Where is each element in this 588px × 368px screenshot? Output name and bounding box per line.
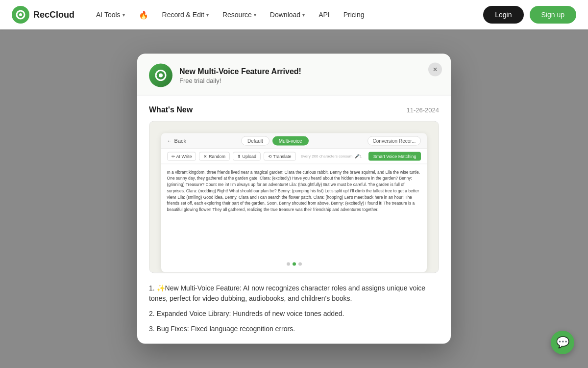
modal-body: What's New 11-26-2024 ← Back Default [137,96,451,344]
svg-point-2 [19,13,22,16]
modal-dialog: New Multi-Voice Feature Arrived! Free tr… [137,54,451,344]
modal-subtitle: Free trial daily! [179,77,301,84]
nav-item-api[interactable]: API [313,7,336,23]
preview-upload-btn[interactable]: ⬆ Upload [233,152,261,160]
preview-dot-1[interactable] [287,263,290,266]
feature-list: 1. ✨New Multi-Voice Feature: AI now reco… [149,283,439,334]
signup-button[interactable]: Sign up [530,6,576,24]
preview-tabs: Default Multi-voice [241,136,308,145]
whats-new-label: What's New [149,105,193,114]
modal-logo-icon [149,64,172,87]
preview-app: ← Back Default Multi-voice Conversion Re… [161,133,427,272]
feature-item-3: 3. Bug Fixes: Fixed language recognition… [149,324,439,334]
nav-item-pricing[interactable]: Pricing [338,7,370,23]
modal-header-text: New Multi-Voice Feature Arrived! Free tr… [179,67,301,84]
preview-ai-write-btn[interactable]: ✏ AI Write [167,152,196,160]
preview-tab-default[interactable]: Default [241,136,270,145]
preview-toolbar: ← Back Default Multi-voice Conversion Re… [161,133,427,149]
chat-icon: 💬 [556,336,569,349]
reccloud-icon [154,69,168,82]
navbar: RecCloud AI Tools ▾ 🔥 Record & Edit ▾ Re… [0,0,588,29]
preview-tab-multivoice[interactable]: Multi-voice [272,136,309,145]
chevron-down-icon: ▾ [302,12,305,18]
whats-new-date: 11-26-2024 [407,106,440,113]
preview-dots [149,260,439,269]
nav-item-resource[interactable]: Resource ▾ [217,7,262,23]
logo-text: RecCloud [33,10,74,20]
nav-item-aitools[interactable]: AI Tools ▾ [90,7,131,23]
preview-counter: Every 200 characters consum. 🎤1 [301,154,362,158]
preview-actions: ✏ AI Write ✕ Random ⬆ Upload ⟲ Translate… [161,149,427,164]
nav-items: AI Tools ▾ 🔥 Record & Edit ▾ Resource ▾ … [90,6,479,24]
preview-inner: ← Back Default Multi-voice Conversion Re… [149,122,439,273]
modal-title: New Multi-Voice Feature Arrived! [179,67,301,76]
whats-new-row: What's New 11-26-2024 [149,105,439,114]
main-content: Safari does r to open. New Multi-Voice F… [0,29,588,368]
preview-story-text: In a vibrant kingdom, three friends live… [161,164,427,252]
modal-header: New Multi-Voice Feature Arrived! Free tr… [137,54,451,96]
preview-smart-voice-btn[interactable]: Smart Voice Matching [368,152,421,160]
modal-close-button[interactable]: × [428,63,442,77]
logo-link[interactable]: RecCloud [12,6,74,24]
svg-point-4 [159,74,163,78]
preview-back-button[interactable]: ← Back [167,138,186,144]
preview-dot-2[interactable] [293,263,296,266]
nav-item-fire[interactable]: 🔥 [133,6,154,24]
chevron-down-icon: ▾ [206,12,209,18]
preview-conversion-btn[interactable]: Conversion Recor... [368,136,421,145]
logo-icon [12,6,29,24]
nav-item-download[interactable]: Download ▾ [264,7,311,23]
nav-item-record-edit[interactable]: Record & Edit ▾ [156,7,215,23]
nav-auth: Login Sign up [483,6,576,24]
feature-item-2: 2. Expanded Voice Library: Hundreds of n… [149,309,439,319]
chat-button[interactable]: 💬 [551,331,574,354]
feature-item-1: 1. ✨New Multi-Voice Feature: AI now reco… [149,283,439,304]
preview-random-btn[interactable]: ✕ Random [199,152,230,160]
preview-dot-3[interactable] [298,263,302,266]
chevron-down-icon: ▾ [122,12,125,18]
feature-preview: ← Back Default Multi-voice Conversion Re… [149,121,439,273]
chevron-down-icon: ▾ [254,12,256,18]
preview-translate-btn[interactable]: ⟲ Translate [264,152,296,160]
login-button[interactable]: Login [483,6,523,24]
